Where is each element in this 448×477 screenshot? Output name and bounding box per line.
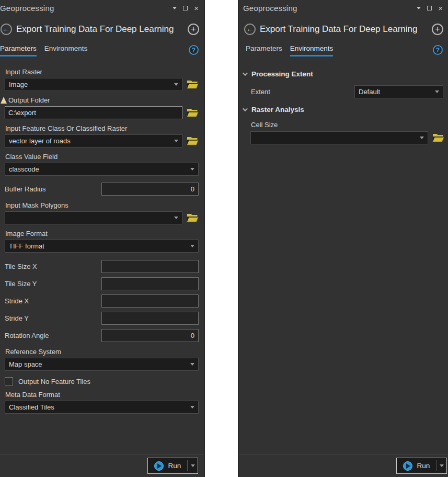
field-label: Image Format (5, 230, 199, 237)
class-value-field-dropdown[interactable]: classcode (5, 163, 199, 176)
stride-y-input[interactable] (101, 312, 199, 325)
field-label: Meta Data Format (5, 391, 199, 399)
field-label: Buffer Radius (5, 185, 101, 193)
checkbox-label: Output No Feature Tiles (18, 378, 90, 385)
image-format-dropdown[interactable]: TIFF format (5, 240, 199, 253)
float-pane-icon[interactable] (183, 6, 188, 10)
pane-menu-icon[interactable] (417, 7, 421, 9)
field-extent: Extent Default (239, 85, 448, 98)
chevron-down-icon (440, 464, 444, 467)
close-icon[interactable]: × (194, 4, 199, 12)
tab-parameters[interactable]: Parameters (246, 44, 282, 56)
dropdown-value: vector layer of roads (9, 137, 71, 145)
pane-titlebar: Geoprocessing × (0, 0, 204, 14)
tile-size-y-input[interactable] (101, 277, 199, 290)
run-button[interactable]: Run (396, 458, 447, 474)
rotation-angle-input[interactable] (101, 329, 199, 342)
field-stride-x: Stride X (5, 294, 199, 308)
help-icon[interactable]: ? (433, 45, 443, 55)
run-play-icon (403, 461, 412, 471)
tool-header: ← Export Training Data For Deep Learning… (239, 22, 448, 36)
browse-input-raster-button[interactable] (186, 80, 199, 90)
tool-header: ← Export Training Data For Deep Learning… (0, 22, 204, 36)
run-play-icon (154, 461, 164, 471)
collapse-chevron-icon (243, 106, 248, 111)
input-feature-class-dropdown[interactable]: vector layer of roads (5, 134, 182, 147)
tab-environments[interactable]: Environments (44, 44, 88, 56)
browse-output-folder-button[interactable] (186, 108, 199, 118)
browse-input-feature-button[interactable] (186, 136, 199, 146)
folder-icon (187, 108, 199, 117)
tab-parameters[interactable]: Parameters (0, 44, 37, 56)
reference-system-dropdown[interactable]: Map space (5, 358, 199, 371)
plus-icon: + (191, 25, 196, 33)
chevron-down-icon (190, 406, 194, 408)
back-button[interactable]: ← (244, 24, 256, 35)
field-output-no-feature-tiles: Output No Feature Tiles (5, 377, 199, 385)
chevron-down-icon (174, 83, 178, 86)
tool-title: Export Training Data For Deep Learning (260, 24, 417, 35)
field-rotation-angle: Rotation Angle (5, 329, 199, 342)
field-input-raster: Input Raster Image (5, 68, 199, 91)
float-pane-icon[interactable] (427, 6, 432, 10)
field-label: Input Feature Class Or Classified Raster (5, 124, 199, 132)
dropdown-value: Default (359, 88, 380, 96)
tile-size-x-input[interactable] (101, 260, 199, 273)
chevron-down-icon (190, 168, 194, 171)
chevron-down-icon (191, 464, 195, 467)
field-label: Reference System (5, 348, 199, 356)
field-input-feature-class: Input Feature Class Or Classified Raster… (5, 124, 199, 147)
output-folder-input[interactable] (5, 106, 182, 119)
field-label: Extent (251, 88, 354, 96)
extent-dropdown[interactable]: Default (354, 85, 443, 98)
folder-icon (187, 137, 199, 145)
section-title: Processing Extent (251, 70, 313, 78)
stride-x-input[interactable] (101, 294, 199, 308)
back-button[interactable]: ← (1, 24, 12, 35)
browse-cell-size-button[interactable] (432, 133, 444, 143)
chevron-down-icon (435, 90, 439, 93)
tool-title: Export Training Data For Deep Learning (16, 24, 174, 35)
back-arrow-icon: ← (246, 25, 254, 32)
parameters-form: Input Raster Image Output Folder (0, 68, 204, 454)
field-buffer-radius: Buffer Radius (5, 183, 199, 196)
folder-icon (187, 213, 199, 222)
buffer-radius-input[interactable] (101, 183, 199, 196)
field-image-format: Image Format TIFF format (5, 230, 199, 253)
field-label: Tile Size Y (5, 280, 101, 288)
field-label: Rotation Angle (5, 332, 101, 339)
run-button[interactable]: Run (147, 458, 198, 474)
tab-environments[interactable]: Environments (290, 44, 334, 56)
run-label: Run (417, 462, 430, 470)
tab-row: Parameters Environments ? (239, 44, 448, 56)
geoprocessing-pane-environments: Geoprocessing × ← Export Training Data F… (238, 0, 448, 477)
pane-titlebar: Geoprocessing × (239, 0, 448, 14)
field-label: Stride X (5, 297, 101, 305)
input-mask-polygons-dropdown[interactable] (5, 211, 182, 224)
field-tile-size-x: Tile Size X (5, 260, 199, 273)
section-processing-extent[interactable]: Processing Extent (239, 70, 448, 78)
chevron-down-icon (174, 140, 178, 142)
output-no-feature-tiles-checkbox[interactable] (5, 377, 13, 385)
close-icon[interactable]: × (438, 4, 443, 12)
run-label: Run (168, 462, 181, 470)
run-options-button[interactable] (188, 458, 198, 473)
field-label: Input Raster (5, 68, 199, 76)
help-icon[interactable]: ? (189, 45, 199, 55)
warning-icon (1, 97, 7, 104)
chevron-down-icon (190, 363, 194, 366)
add-to-model-button[interactable]: + (432, 24, 443, 35)
add-to-model-button[interactable]: + (188, 24, 199, 35)
section-raster-analysis[interactable]: Raster Analysis (239, 106, 448, 113)
input-raster-dropdown[interactable]: Image (5, 78, 182, 91)
pane-title: Geoprocessing (0, 4, 54, 13)
meta-data-format-dropdown[interactable]: Classified Tiles (5, 401, 199, 414)
pane-menu-icon[interactable] (173, 7, 177, 9)
chevron-down-icon (190, 245, 194, 247)
dropdown-value: Map space (9, 360, 42, 368)
browse-input-mask-button[interactable] (186, 213, 199, 223)
cell-size-dropdown[interactable] (250, 131, 428, 144)
run-options-button[interactable] (436, 458, 446, 473)
chevron-down-icon (174, 217, 178, 219)
field-label: Stride Y (5, 314, 101, 322)
